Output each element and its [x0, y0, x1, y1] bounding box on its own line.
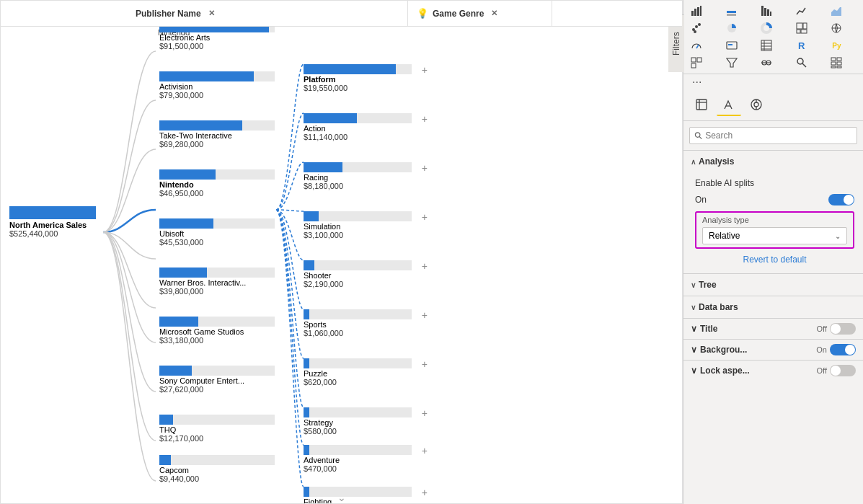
genre-expand-btn[interactable]: +: [422, 162, 428, 174]
genre-bar-fill: [304, 211, 319, 221]
viz-donut-icon[interactable]: [756, 20, 776, 36]
svg-point-38: [797, 58, 803, 64]
publisher-item[interactable]: Microsoft Game Studios$33,180,000: [159, 317, 275, 345]
viz-filter-icon[interactable]: [722, 55, 742, 71]
genre-expand-btn[interactable]: +: [422, 309, 428, 321]
genre-item[interactable]: +Action$11,140,000: [304, 113, 433, 141]
root-value: $525,440,000: [9, 229, 103, 238]
genre-item[interactable]: +Racing$8,180,000: [304, 162, 433, 190]
title-toggle[interactable]: [830, 323, 856, 335]
pub-bar-container: [159, 415, 275, 425]
genre-expand-btn[interactable]: +: [422, 358, 428, 370]
tab-fields-btn[interactable]: [689, 94, 714, 116]
viz-card-icon[interactable]: [722, 37, 742, 53]
lock-aspect-off-label: Off: [817, 366, 827, 375]
data-bars-section-header[interactable]: ∨ Data bars: [683, 296, 863, 318]
viz-line-icon[interactable]: [792, 3, 812, 19]
lock-aspect-toggle[interactable]: [830, 365, 856, 376]
viz-area-icon[interactable]: [826, 3, 846, 19]
analysis-label: Analysis: [699, 156, 734, 167]
genre-expand-btn[interactable]: +: [422, 64, 428, 76]
root-node[interactable]: North America Sales $525,440,000: [9, 206, 103, 238]
genre-item[interactable]: +Strategy$580,000: [304, 407, 433, 436]
search-input[interactable]: [705, 131, 852, 141]
genre-expand-btn[interactable]: +: [422, 407, 428, 419]
viz-search-icon[interactable]: [792, 55, 812, 71]
viz-r-icon[interactable]: R: [792, 37, 812, 53]
genre-item[interactable]: +Fighting$60,000: [304, 487, 433, 504]
viz-py-icon[interactable]: Py: [826, 37, 846, 53]
genre-item[interactable]: +Platform$19,550,000: [304, 64, 433, 92]
pub-bar-fill: [159, 268, 207, 278]
search-box[interactable]: [689, 127, 857, 144]
publisher-item[interactable]: Capcom$9,440,000: [159, 455, 275, 483]
genre-close-btn[interactable]: ✕: [491, 9, 497, 18]
viz-matrix-icon[interactable]: [826, 55, 846, 71]
viz-table-icon[interactable]: [756, 37, 776, 53]
ai-splits-track[interactable]: [828, 194, 854, 205]
genre-value: $580,000: [304, 427, 433, 436]
tree-section-header[interactable]: ∨ Tree: [683, 274, 863, 296]
lock-aspect-row-right: Off: [817, 365, 856, 376]
pub-value: $33,180,000: [159, 336, 275, 345]
viz-bar-icon[interactable]: [686, 3, 707, 19]
genre-expand-btn[interactable]: +: [422, 260, 428, 272]
viz-treemap-icon[interactable]: [792, 20, 812, 36]
publisher-item[interactable]: Warner Bros. Interactiv...$39,800,000: [159, 268, 275, 296]
more-options[interactable]: ···: [683, 74, 863, 90]
publisher-item[interactable]: Nintendo$46,950,000: [159, 169, 275, 198]
genre-expand-btn[interactable]: +: [422, 113, 428, 125]
title-section-row[interactable]: ∨ Title Off: [683, 319, 863, 339]
icons-toolbar: R Py: [683, 0, 863, 74]
publisher-item[interactable]: Sony Computer Entert...$27,620,000: [159, 366, 275, 394]
genre-item[interactable]: +Adventure$470,000: [304, 445, 433, 473]
scroll-down-hint[interactable]: ⌄: [337, 492, 346, 503]
pub-name: Take-Two Interactive: [159, 131, 275, 140]
viz-more-icon[interactable]: [686, 55, 707, 71]
dropdown-chevron-icon: ⌄: [835, 232, 841, 240]
svg-rect-8: [767, 9, 769, 16]
background-toggle[interactable]: [830, 344, 856, 355]
genre-expand-btn[interactable]: +: [422, 445, 428, 456]
pub-bar-container: [159, 71, 275, 81]
background-section-row[interactable]: ∨ Backgrou... On: [683, 340, 863, 360]
publisher-name-header: Publisher Name ✕: [127, 1, 408, 26]
publisher-item[interactable]: Take-Two Interactive$69,280,000: [159, 120, 275, 149]
genre-value: $19,550,000: [304, 84, 433, 92]
lock-aspect-section: ∨ Lock aspe... Off: [683, 360, 863, 381]
viz-slicer-icon[interactable]: [756, 55, 776, 71]
viz-pie-icon[interactable]: [722, 20, 742, 36]
title-chevron-icon: ∨: [691, 324, 697, 334]
genre-item[interactable]: +Simulation$3,100,000: [304, 211, 433, 239]
publisher-close-btn[interactable]: ✕: [208, 9, 215, 18]
genre-name: Shooter: [304, 271, 433, 280]
genre-expand-btn[interactable]: +: [422, 487, 428, 498]
genre-bar-fill: [304, 445, 309, 455]
viz-stacked-bar-icon[interactable]: [722, 3, 742, 19]
tab-format-btn[interactable]: [717, 94, 741, 116]
svg-line-39: [802, 63, 806, 67]
genre-expand-btn[interactable]: +: [422, 211, 428, 223]
viz-scatter-icon[interactable]: [686, 20, 707, 36]
lock-aspect-section-row[interactable]: ∨ Lock aspe... Off: [683, 361, 863, 381]
publisher-item[interactable]: THQ$12,170,000: [159, 415, 275, 443]
genre-item[interactable]: +Puzzle$620,000: [304, 358, 433, 386]
pub-bar-fill: [159, 366, 192, 376]
game-genre-label: Game Genre: [433, 9, 484, 19]
publisher-item[interactable]: Ubisoft$45,530,000: [159, 218, 275, 247]
pub-bar-fill: [159, 415, 173, 425]
svg-rect-43: [837, 62, 841, 65]
analysis-type-dropdown[interactable]: Relative ⌄: [702, 227, 847, 244]
tab-analytics-btn[interactable]: [744, 94, 769, 116]
viz-col-icon[interactable]: [756, 3, 776, 19]
revert-default-btn[interactable]: Revert to default: [695, 252, 854, 268]
pub-name: Activision: [159, 82, 275, 91]
analysis-section-header[interactable]: ∧ Analysis: [683, 151, 863, 172]
publisher-item[interactable]: Activision$79,300,000: [159, 71, 275, 100]
viz-map-icon[interactable]: [826, 20, 846, 36]
genre-item[interactable]: +Shooter$2,190,000: [304, 260, 433, 288]
viz-gauge-icon[interactable]: [686, 37, 707, 53]
genre-item[interactable]: +Sports$1,060,000: [304, 309, 433, 337]
ai-splits-toggle[interactable]: [828, 194, 854, 205]
panel-scroll: ∧ Analysis Enable AI splits On: [683, 150, 863, 504]
